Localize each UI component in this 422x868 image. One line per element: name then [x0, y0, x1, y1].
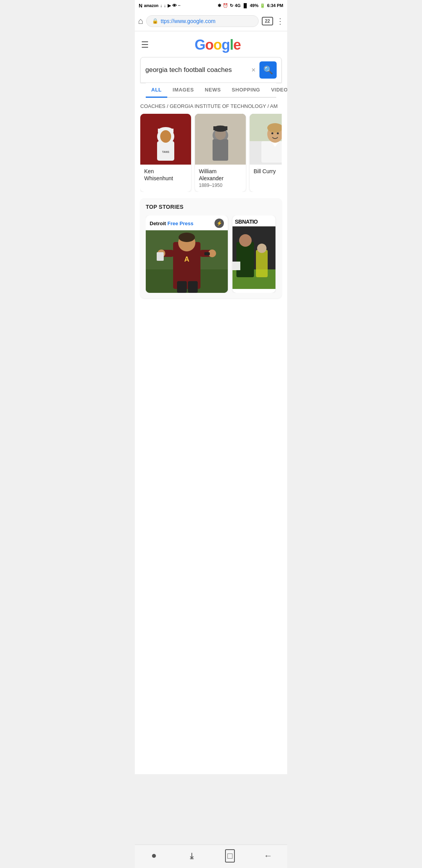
coaches-breadcrumb: COACHES / GEORGIA INSTITUTE OF TECHNOLOG… [140, 103, 282, 109]
svg-rect-35 [204, 252, 210, 255]
coach-info-william: WilliamAlexander 1889–1950 [195, 165, 246, 192]
story-header-detroit: Detroit Free Press ⚡ [146, 215, 228, 230]
time-display: 6:34 PM [267, 3, 283, 8]
svg-rect-16 [261, 141, 282, 163]
story-image-detroit: A [146, 230, 228, 293]
search-box[interactable]: georgia tech football coaches × 🔍 [140, 57, 282, 83]
coaches-section: COACHES / GEORGIA INSTITUTE OF TECHNOLOG… [135, 98, 287, 192]
logo-e: e [233, 37, 241, 53]
svg-rect-42 [256, 250, 268, 277]
youtube-icon: ▶ [168, 3, 171, 8]
top-stories-section: TOP STORIES Detroit Free Press ⚡ [140, 198, 282, 298]
search-query-text: georgia tech football coaches [145, 66, 251, 74]
svg-rect-44 [232, 262, 240, 270]
battery-icon: 🔋 [260, 3, 265, 8]
coach-card-bill[interactable]: Bill Curry [250, 114, 282, 192]
svg-text:A: A [184, 255, 190, 263]
tab-all[interactable]: ALL [146, 83, 167, 98]
coach-name-ken: KenWhisenhunt [144, 168, 187, 182]
hamburger-menu-icon[interactable]: ☰ [141, 40, 149, 50]
dots-icon: ·· [178, 3, 181, 8]
svg-rect-34 [157, 252, 164, 261]
tab-shopping[interactable]: SHOPPING [226, 83, 266, 97]
tab-images[interactable]: IMAGES [167, 83, 199, 97]
coaches-row: TANS KenWhisenhunt [140, 114, 282, 192]
svg-rect-36 [177, 281, 187, 293]
logo-o2: o [213, 37, 222, 53]
netflix-icon: N [139, 3, 142, 9]
sync-icon: ↻ [230, 3, 233, 8]
browser-menu-icon[interactable]: ⋮ [276, 16, 284, 26]
google-header: ☰ Google [135, 31, 287, 57]
breadcrumb-separator-2: / AM [268, 103, 278, 109]
story-image-sbnation [232, 226, 275, 289]
svg-point-28 [179, 233, 195, 242]
story-source-sbnation: SBNATIO [235, 219, 257, 225]
breadcrumb-coaches: COACHES [140, 103, 165, 109]
tab-count[interactable]: 22 [262, 17, 273, 25]
url-text: ttps://www.google.com [161, 18, 215, 24]
svg-point-5 [160, 130, 171, 143]
google-page: ☰ Google georgia tech football coaches ×… [135, 31, 287, 774]
detroit-story-svg: A [146, 230, 228, 293]
status-bar-left: N amazon ↓ ↓ ▶ 👁 ·· [139, 3, 181, 9]
story-header-sbnation: SBNATIO [232, 215, 275, 226]
logo-o1: o [205, 37, 213, 53]
coach-years-william: 1889–1950 [199, 183, 242, 188]
url-domain: www.google.com [174, 18, 216, 24]
signal-label: 4G [235, 3, 241, 8]
svg-text:TANS: TANS [162, 151, 170, 153]
coach-photo-bill [250, 114, 282, 165]
status-bar: N amazon ↓ ↓ ▶ 👁 ·· ✱ ⏰ ↻ 4G ▐▌ 49% 🔋 6:… [135, 0, 287, 11]
coach-info-bill: Bill Curry [250, 165, 282, 179]
top-stories-header: TOP STORIES [146, 204, 276, 210]
battery-level: 49% [250, 3, 258, 8]
stories-row: Detroit Free Press ⚡ [146, 215, 276, 293]
lock-icon: 🔒 [152, 18, 158, 24]
svg-rect-40 [236, 242, 254, 277]
logo-g: G [195, 37, 205, 53]
alarm-icon: ⏰ [223, 3, 228, 8]
logo-l: l [230, 37, 233, 53]
coach-card-william[interactable]: WilliamAlexander 1889–1950 [195, 114, 246, 192]
signal-bars: ▐▌ [242, 3, 249, 8]
svg-point-41 [239, 234, 252, 247]
breadcrumb-georgia: GEORGIA INSTITUTE OF TECHNOLOGY [170, 103, 266, 109]
search-icon: 🔍 [263, 65, 273, 75]
svg-point-43 [257, 244, 266, 253]
svg-point-21 [277, 133, 279, 135]
search-tabs: ALL IMAGES NEWS SHOPPING VIDEOS [146, 83, 276, 98]
tab-news[interactable]: NEWS [199, 83, 226, 97]
bill-photo-svg [250, 114, 282, 165]
svg-point-20 [272, 133, 274, 135]
download-icon-2: ↓ [164, 3, 166, 8]
svg-rect-37 [188, 281, 198, 293]
browser-bar: ⌂ 🔒 ttps://www.google.com 22 ⋮ [135, 11, 287, 31]
ken-photo-svg: TANS [140, 114, 191, 165]
search-submit-button[interactable]: 🔍 [259, 61, 277, 79]
eye-icon: 👁 [172, 3, 177, 8]
coach-card-ken[interactable]: TANS KenWhisenhunt [140, 114, 191, 192]
coach-name-william: WilliamAlexander [199, 168, 242, 182]
tab-videos[interactable]: VIDEOS [266, 83, 287, 97]
story-card-detroit[interactable]: Detroit Free Press ⚡ [146, 215, 228, 293]
coach-name-bill: Bill Curry [254, 168, 282, 175]
william-photo-svg [195, 114, 246, 165]
amp-icon: ⚡ [215, 219, 224, 228]
sbnation-story-svg [232, 226, 275, 289]
search-clear-button[interactable]: × [251, 66, 256, 74]
amazon-icon: amazon [144, 4, 158, 8]
logo-g2: g [222, 37, 230, 53]
google-logo: Google [154, 37, 281, 53]
url-bar[interactable]: 🔒 ttps://www.google.com [146, 15, 258, 27]
home-icon[interactable]: ⌂ [138, 16, 143, 26]
source-blue-text: Free Press [168, 221, 194, 226]
search-container: georgia tech football coaches × 🔍 ALL IM… [135, 57, 287, 98]
coach-photo-ken: TANS [140, 114, 191, 165]
status-bar-right: ✱ ⏰ ↻ 4G ▐▌ 49% 🔋 6:34 PM [218, 3, 283, 8]
bluetooth-icon: ✱ [218, 3, 221, 8]
svg-rect-10 [213, 139, 228, 161]
svg-rect-13 [213, 126, 227, 130]
story-card-sbnation[interactable]: SBNATIO [232, 215, 275, 293]
coach-info-ken: KenWhisenhunt [140, 165, 191, 186]
